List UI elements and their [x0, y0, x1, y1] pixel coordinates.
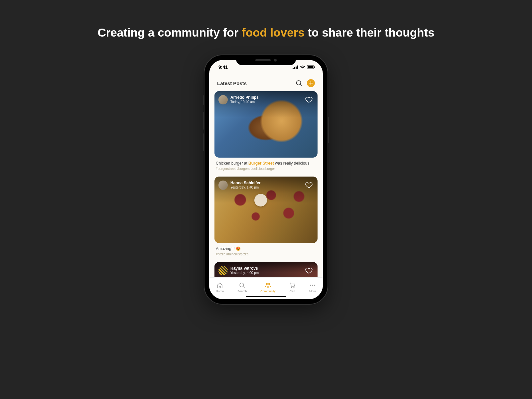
tab-community[interactable]: Community	[260, 282, 276, 293]
svg-point-17	[314, 285, 316, 286]
author-name: Rayna Vetrovs	[230, 266, 259, 271]
feed-title: Latest Posts	[217, 80, 247, 86]
like-button[interactable]	[304, 266, 314, 275]
feed-scroll[interactable]: Alfredo Philips Today, 10:40 am Chicken …	[209, 91, 323, 277]
post-timestamp: Yesterday, 1:40 pm	[230, 186, 261, 190]
post-caption: Chicken burger at Burger Street was real…	[214, 161, 318, 166]
post-author[interactable]: Hanna Schleifer Yesterday, 1:40 pm	[218, 181, 261, 190]
like-button[interactable]	[304, 95, 314, 104]
author-name: Hanna Schleifer	[230, 181, 261, 186]
svg-rect-2	[296, 66, 297, 69]
tab-cart[interactable]: Cart	[289, 282, 296, 293]
search-icon	[239, 282, 245, 289]
tab-label: More	[309, 290, 316, 293]
avatar	[218, 266, 228, 275]
svg-rect-5	[308, 66, 313, 68]
heart-icon	[305, 267, 313, 274]
phone-mockup: 9:41 Latest Posts	[204, 55, 328, 304]
tab-home[interactable]: Home	[216, 282, 224, 293]
caption-place-link[interactable]: Burger Street	[248, 161, 274, 166]
tab-label: Cart	[290, 290, 295, 293]
headline-post: to share their thoughts	[305, 26, 435, 39]
tab-label: Community	[260, 290, 276, 293]
svg-rect-0	[293, 68, 294, 69]
caption-text: Chicken burger at	[216, 161, 248, 166]
svg-point-11	[266, 283, 268, 285]
post-card[interactable]: Alfredo Philips Today, 10:40 am Chicken …	[214, 91, 318, 171]
wifi-icon	[300, 66, 305, 69]
headline-pre: Creating a community for	[97, 26, 242, 39]
search-button[interactable]	[296, 80, 302, 86]
post-author[interactable]: Rayna Vetrovs Yesterday, 4:00 pm	[218, 266, 259, 275]
phone-notch	[236, 55, 296, 65]
caption-text: was really delicious	[274, 161, 310, 166]
phone-frame: 9:41 Latest Posts	[204, 55, 328, 304]
phone-power	[328, 117, 329, 143]
svg-rect-1	[294, 67, 295, 69]
post-timestamp: Yesterday, 4:00 pm	[230, 271, 259, 275]
tab-more[interactable]: More	[309, 282, 316, 293]
svg-line-8	[300, 84, 302, 86]
heart-icon	[305, 182, 313, 189]
post-card[interactable]: Rayna Vetrovs Yesterday, 4:00 pm	[214, 262, 318, 277]
svg-point-9	[240, 283, 244, 287]
post-author[interactable]: Alfredo Philips Today, 10:40 am	[218, 95, 259, 104]
svg-rect-3	[297, 66, 298, 69]
signal-icon	[293, 66, 298, 69]
svg-line-10	[243, 287, 245, 288]
tab-label: Home	[216, 290, 224, 293]
author-name: Alfredo Philips	[230, 95, 259, 100]
avatar	[218, 181, 228, 190]
battery-icon	[307, 65, 315, 69]
page-headline: Creating a community for food lovers to …	[97, 26, 434, 39]
like-button[interactable]	[304, 181, 314, 190]
avatar	[218, 95, 228, 104]
community-icon	[264, 282, 272, 289]
post-card[interactable]: Hanna Schleifer Yesterday, 1:40 pm Amazi…	[214, 177, 318, 256]
tab-label: Search	[237, 290, 247, 293]
post-caption: Amazing!!! 😍	[214, 246, 318, 251]
post-hashtags[interactable]: #pizza #thincrustpizza	[214, 252, 318, 256]
home-indicator[interactable]	[246, 296, 286, 297]
more-icon	[309, 282, 316, 289]
post-image[interactable]: Hanna Schleifer Yesterday, 1:40 pm	[214, 177, 318, 243]
svg-point-14	[294, 287, 295, 288]
post-image[interactable]: Rayna Vetrovs Yesterday, 4:00 pm	[214, 262, 318, 277]
add-post-button[interactable]	[307, 79, 315, 87]
search-icon	[296, 80, 302, 86]
status-time: 9:41	[218, 65, 228, 70]
phone-screen: 9:41 Latest Posts	[209, 60, 323, 299]
svg-point-13	[291, 287, 292, 288]
svg-point-16	[312, 285, 314, 286]
svg-point-15	[310, 285, 312, 286]
home-icon	[216, 282, 223, 289]
touch-indicator	[254, 194, 267, 206]
post-hashtags[interactable]: #burgerstreet #burgers #deliciousburger	[214, 167, 318, 171]
svg-point-12	[268, 283, 270, 285]
headline-highlight: food lovers	[242, 26, 305, 39]
post-image[interactable]: Alfredo Philips Today, 10:40 am	[214, 91, 318, 158]
svg-rect-6	[314, 66, 315, 68]
cart-icon	[289, 282, 296, 289]
tab-search[interactable]: Search	[237, 282, 247, 293]
feed-header: Latest Posts	[209, 74, 323, 91]
plus-icon	[309, 81, 313, 85]
heart-icon	[305, 96, 313, 103]
post-timestamp: Today, 10:40 am	[230, 100, 259, 104]
